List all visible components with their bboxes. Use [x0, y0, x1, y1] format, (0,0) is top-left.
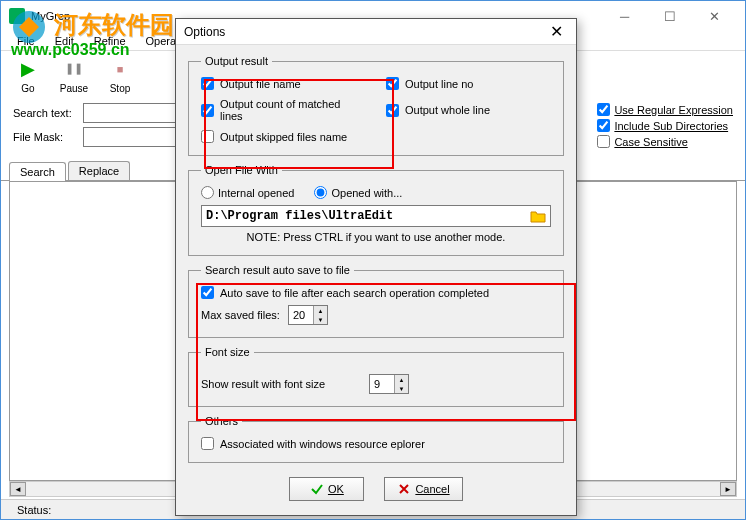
output-matched-label: Output count of matched lines	[220, 98, 366, 122]
output-skipped-label: Output skipped files name	[220, 131, 347, 143]
output-matched-checkbox[interactable]	[201, 104, 214, 117]
output-wholeline-checkbox[interactable]	[386, 104, 399, 117]
auto-save-legend: Search result auto save to file	[201, 264, 354, 276]
x-icon	[397, 482, 411, 496]
open-file-group: Open File With Internal opened Opened wi…	[188, 164, 564, 256]
file-mask-label: File Mask:	[13, 131, 77, 143]
menu-refine[interactable]: Refine	[86, 33, 134, 49]
dialog-title: Options	[184, 25, 225, 39]
search-text-label: Search text:	[13, 107, 77, 119]
window-title: MyGrep	[31, 10, 70, 22]
check-icon	[310, 482, 324, 496]
output-filename-label: Output file name	[220, 78, 301, 90]
max-saved-label: Max saved files:	[201, 309, 280, 321]
output-result-legend: Output result	[201, 55, 272, 67]
options-dialog: Options ✕ Output result Output file name…	[175, 18, 577, 516]
stop-icon: ■	[108, 57, 132, 81]
auto-save-checkbox[interactable]	[201, 286, 214, 299]
case-label: Case Sensitive	[614, 136, 687, 148]
subdirs-label: Include Sub Directories	[614, 120, 728, 132]
maximize-button[interactable]: ☐	[647, 1, 692, 31]
status-label: Status:	[9, 504, 59, 516]
scroll-right-button[interactable]: ►	[720, 482, 736, 496]
dialog-titlebar: Options ✕	[176, 19, 576, 45]
spinner-up-button[interactable]: ▲	[395, 375, 408, 384]
output-lineno-checkbox[interactable]	[386, 77, 399, 90]
font-size-group: Font size Show result with font size ▲ ▼	[188, 346, 564, 407]
output-skipped-checkbox[interactable]	[201, 130, 214, 143]
internal-label: Internal opened	[218, 187, 294, 199]
auto-save-label: Auto save to file after each search oper…	[220, 287, 489, 299]
output-lineno-label: Output line no	[405, 78, 474, 90]
font-size-input[interactable]	[370, 375, 394, 393]
minimize-button[interactable]: ─	[602, 1, 647, 31]
output-filename-checkbox[interactable]	[201, 77, 214, 90]
svg-rect-1	[9, 8, 25, 24]
dialog-buttons: OK Cancel	[188, 471, 564, 507]
output-result-group: Output result Output file name Output li…	[188, 55, 564, 156]
subdirs-checkbox[interactable]	[597, 119, 610, 132]
close-button[interactable]: ✕	[692, 1, 737, 31]
max-saved-input[interactable]	[289, 306, 313, 324]
regex-label: Use Regular Expression	[614, 104, 733, 116]
max-saved-spinner[interactable]: ▲ ▼	[288, 305, 328, 325]
scroll-left-button[interactable]: ◄	[10, 482, 26, 496]
assoc-checkbox[interactable]	[201, 437, 214, 450]
folder-icon[interactable]	[530, 208, 546, 224]
pause-button[interactable]: ❚❚ Pause	[55, 57, 93, 94]
font-size-legend: Font size	[201, 346, 254, 358]
internal-radio[interactable]	[201, 186, 214, 199]
tab-replace[interactable]: Replace	[68, 161, 130, 180]
output-wholeline-label: Output whole line	[405, 104, 490, 116]
dialog-close-button[interactable]: ✕	[544, 20, 568, 44]
menu-edit[interactable]: Edit	[47, 33, 82, 49]
spinner-down-button[interactable]: ▼	[314, 315, 327, 324]
regex-checkbox[interactable]	[597, 103, 610, 116]
ok-button[interactable]: OK	[289, 477, 364, 501]
stop-button[interactable]: ■ Stop	[101, 57, 139, 94]
open-file-legend: Open File With	[201, 164, 282, 176]
font-size-label: Show result with font size	[201, 378, 361, 390]
options-checkboxes: Use Regular Expression Include Sub Direc…	[597, 103, 733, 151]
others-legend: Others	[201, 415, 242, 427]
menu-file[interactable]: File	[9, 33, 43, 49]
go-button[interactable]: ▶ Go	[9, 57, 47, 94]
opened-with-radio[interactable]	[314, 186, 327, 199]
spinner-up-button[interactable]: ▲	[314, 306, 327, 315]
open-note: NOTE: Press CTRL if you want to use anot…	[201, 231, 551, 243]
others-group: Others Associated with windows resource …	[188, 415, 564, 463]
pause-icon: ❚❚	[62, 57, 86, 81]
play-icon: ▶	[16, 57, 40, 81]
case-checkbox[interactable]	[597, 135, 610, 148]
assoc-label: Associated with windows resource eplorer	[220, 438, 425, 450]
auto-save-group: Search result auto save to file Auto sav…	[188, 264, 564, 338]
font-size-spinner[interactable]: ▲ ▼	[369, 374, 409, 394]
tab-search[interactable]: Search	[9, 162, 66, 181]
spinner-down-button[interactable]: ▼	[395, 384, 408, 393]
editor-path-input[interactable]: D:\Program files\UltraEdit	[201, 205, 551, 227]
opened-with-label: Opened with...	[331, 187, 402, 199]
app-icon	[9, 8, 25, 24]
cancel-button[interactable]: Cancel	[384, 477, 462, 501]
